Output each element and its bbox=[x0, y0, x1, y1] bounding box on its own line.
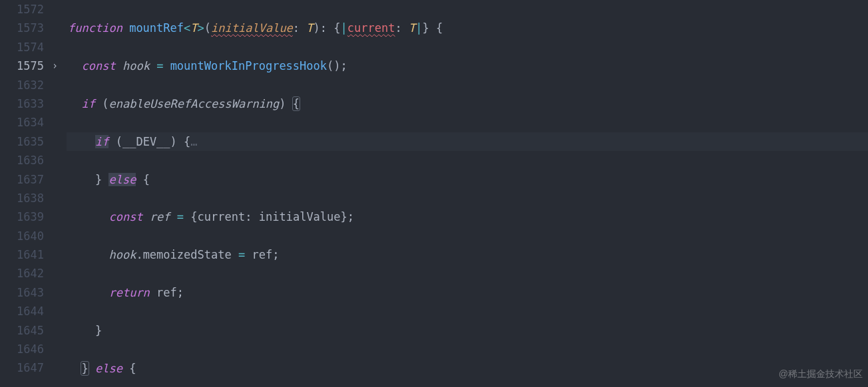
chevron-right-icon[interactable]: › bbox=[52, 57, 58, 75]
line-number: 1632 bbox=[0, 76, 61, 94]
line-number: 1641 bbox=[0, 245, 61, 264]
line-number: 1638 bbox=[0, 189, 61, 207]
code-line-active: if (__DEV__) {… bbox=[67, 132, 868, 151]
line-number: 1646 bbox=[0, 340, 61, 358]
line-number: 1636 bbox=[0, 151, 61, 170]
line-number: 1640 bbox=[0, 227, 61, 245]
line-number: 1645 bbox=[0, 321, 61, 340]
line-number: 1644 bbox=[0, 302, 61, 321]
line-number: 1642 bbox=[0, 264, 61, 283]
line-number: 1634 bbox=[0, 113, 61, 132]
code-line: } bbox=[67, 321, 868, 340]
code-line: function mountRef<T>(initialValue: T): {… bbox=[67, 19, 868, 37]
line-number: 1639 bbox=[0, 207, 61, 226]
line-number: 1637 bbox=[0, 170, 61, 189]
line-number: 1635 bbox=[0, 132, 61, 151]
code-line: if (enableUseRefAccessWarning) { bbox=[67, 94, 868, 113]
line-number: 1643 bbox=[0, 283, 61, 302]
code-area[interactable]: function mountRef<T>(initialValue: T): {… bbox=[67, 0, 868, 387]
code-editor[interactable]: 1572 1573 1574 1575 › 1632 1633 1634 163… bbox=[0, 0, 868, 387]
watermark-label: @稀土掘金技术社区 bbox=[779, 364, 863, 383]
code-line: const hook = mountWorkInProgressHook(); bbox=[67, 57, 868, 75]
line-number: 1633 bbox=[0, 94, 61, 113]
line-number-gutter: 1572 1573 1574 1575 › 1632 1633 1634 163… bbox=[0, 0, 67, 387]
line-number: 1573 bbox=[0, 19, 61, 37]
line-number: 1647 bbox=[0, 358, 61, 377]
fold-ellipsis-icon[interactable]: … bbox=[190, 135, 197, 148]
line-number: 1572 bbox=[0, 0, 61, 19]
line-number: 1574 bbox=[0, 38, 61, 57]
code-line: } else { bbox=[67, 359, 868, 378]
code-line: const ref = {current: initialValue}; bbox=[67, 207, 868, 226]
code-line: return ref; bbox=[67, 283, 868, 302]
code-line: hook.memoizedState = ref; bbox=[67, 245, 868, 264]
code-line: } else { bbox=[67, 170, 868, 189]
line-number-active: 1575 › bbox=[0, 57, 61, 75]
